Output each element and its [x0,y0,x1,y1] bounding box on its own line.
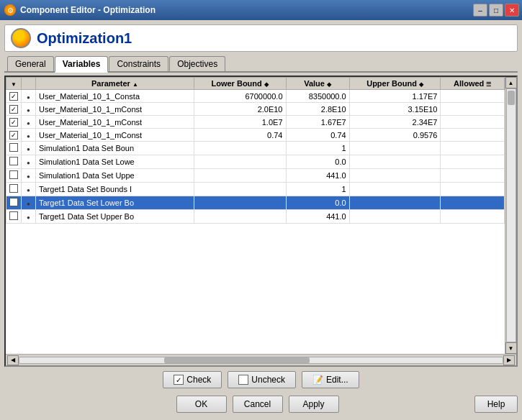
row-value: 441.0 [286,169,349,183]
table-row[interactable]: ✓●User_Material_10_1_mConst0.740.740.957… [6,129,505,142]
row-parameter: Target1 Data Set Bounds I [36,183,194,196]
edit-button[interactable]: 📝 Edit... [302,371,359,388]
action-buttons-row: ✓ Check Uncheck 📝 Edit... [4,370,518,390]
table-row[interactable]: ✓●User_Material_10_1_mConst1.0E71.67E72.… [6,116,505,129]
row-checkbox[interactable]: ✓ [6,103,22,116]
row-upper-bound [349,155,441,169]
check-button[interactable]: ✓ Check [163,371,222,388]
scroll-right-button[interactable]: ▶ [503,355,515,365]
col-header-parameter[interactable]: Parameter ▲ [36,78,194,90]
tab-objectives[interactable]: Objectives [169,56,225,71]
edit-icon: 📝 [312,375,323,385]
col-header-upper[interactable]: Upper Bound ◆ [349,78,441,90]
scroll-left-button[interactable]: ◀ [7,355,19,365]
checkbox-icon: ✓ [9,131,18,140]
horizontal-scrollbar[interactable] [19,357,503,364]
table-wrapper[interactable]: ▼ Parameter ▲ Lower Bound ◆ [6,77,505,354]
window-content: Optimization1 General Variables Constrai… [0,20,522,420]
row-parameter: Simulation1 Data Set Boun [36,142,194,155]
checkbox-icon [9,198,18,206]
table-row[interactable]: ✓●User_Material_10_1_mConst2.0E102.8E103… [6,103,505,116]
row-value: 1.67E7 [286,116,349,129]
variables-table: ▼ Parameter ▲ Lower Bound ◆ [6,77,505,224]
row-parameter: User_Material_10_1_mConst [36,103,194,116]
col-header-bullet [22,78,36,90]
cancel-button[interactable]: Cancel [233,396,283,413]
help-button[interactable]: Help [474,396,518,413]
app-icon: ⚙ [4,4,16,16]
left-spacer [4,396,40,413]
row-bullet: ● [22,90,36,103]
row-parameter: User_Material_10_1_mConst [36,116,194,129]
row-allowed [441,116,505,129]
row-value: 2.8E10 [286,103,349,116]
h-scroll-thumb[interactable] [164,357,309,363]
table-row[interactable]: ●Target1 Data Set Upper Bo441.0 [6,210,505,224]
scroll-up-button[interactable]: ▲ [505,77,517,88]
row-upper-bound [349,196,441,210]
col-header-lower[interactable]: Lower Bound ◆ [194,78,286,90]
scroll-thumb[interactable] [508,91,515,105]
ok-button[interactable]: OK [176,396,227,413]
uncheck-button[interactable]: Uncheck [228,371,296,388]
tab-general[interactable]: General [7,56,54,71]
row-allowed [441,155,505,169]
row-checkbox[interactable] [6,183,22,196]
col-header-allowed[interactable]: Allowed ☰ [441,78,505,90]
row-value: 8350000.0 [286,90,349,103]
scroll-down-button[interactable]: ▼ [505,342,517,354]
bullet-icon: ● [27,120,30,127]
maximize-button[interactable]: □ [489,4,503,17]
tab-variables[interactable]: Variables [55,56,109,73]
row-checkbox[interactable] [6,155,22,169]
row-checkbox[interactable]: ✓ [6,129,22,142]
row-allowed [441,129,505,142]
row-checkbox[interactable] [6,169,22,183]
checkbox-icon [9,184,18,193]
row-checkbox[interactable] [6,196,22,210]
table-row[interactable]: ●Simulation1 Data Set Boun1 [6,142,505,155]
tab-constraints[interactable]: Constraints [109,56,168,71]
checkbox-icon: ✓ [9,118,18,127]
bullet-icon: ● [27,146,30,152]
row-lower-bound: 1.0E7 [194,116,286,129]
horizontal-scrollbar-area[interactable]: ◀ ▶ [6,354,516,365]
checkbox-icon: ✓ [9,92,18,101]
apply-button[interactable]: Apply [289,396,339,413]
vertical-scrollbar[interactable]: ▲ ▼ [505,77,516,354]
row-bullet: ● [22,196,36,210]
row-parameter: Simulation1 Data Set Lowe [36,155,194,169]
checkbox-icon [9,143,18,152]
row-allowed [441,210,505,224]
table-row[interactable]: ●Target1 Data Set Bounds I1 [6,183,505,196]
row-lower-bound [194,183,286,196]
table-row[interactable]: ●Simulation1 Data Set Lowe0.0 [6,155,505,169]
tabs-bar: General Variables Constraints Objectives [4,55,518,73]
row-upper-bound: 3.15E10 [349,103,441,116]
minimize-button[interactable]: – [473,4,487,17]
row-upper-bound [349,142,441,155]
row-parameter: Target1 Data Set Upper Bo [36,210,194,224]
title-text: Component Editor - Optimization [20,5,156,15]
table-row[interactable]: ●Simulation1 Data Set Uppe441.0 [6,169,505,183]
row-bullet: ● [22,155,36,169]
row-checkbox[interactable] [6,210,22,224]
row-lower-bound [194,210,286,224]
close-button[interactable]: ✕ [505,4,519,17]
row-checkbox[interactable]: ✓ [6,116,22,129]
check-icon: ✓ [174,375,184,385]
row-lower-bound [194,196,286,210]
col-header-value[interactable]: Value ◆ [286,78,349,90]
row-lower-bound: 6700000.0 [194,90,286,103]
row-parameter: User_Material_10_1_mConst [36,129,194,142]
table-container: ▼ Parameter ▲ Lower Bound ◆ [4,76,518,367]
table-row[interactable]: ✓●User_Material_10_1_Consta6700000.08350… [6,90,505,103]
row-bullet: ● [22,183,36,196]
table-row[interactable]: ●Target1 Data Set Lower Bo0.0 [6,196,505,210]
window-controls: – □ ✕ [473,4,519,17]
row-allowed [441,142,505,155]
scroll-track[interactable] [506,88,516,342]
row-checkbox[interactable] [6,142,22,155]
row-bullet: ● [22,116,36,129]
row-checkbox[interactable]: ✓ [6,90,22,103]
